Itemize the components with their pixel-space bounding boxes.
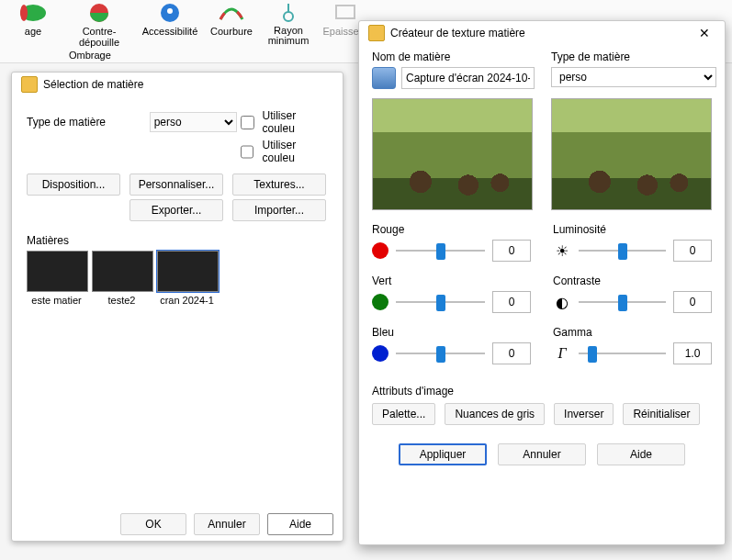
- personnaliser-button[interactable]: Personnaliser...: [130, 174, 223, 196]
- ribbon-group-caption: Ombrage: [69, 50, 111, 61]
- nuances-gris-button[interactable]: Nuances de gris: [445, 403, 545, 425]
- dialog-title-icon: [368, 25, 385, 41]
- textures-button[interactable]: Textures...: [232, 174, 326, 196]
- material-thumb[interactable]: teste2: [92, 251, 152, 306]
- help-button[interactable]: Aide: [267, 513, 333, 535]
- image-attributes-label: Attributs d'image: [359, 385, 725, 398]
- vert-value[interactable]: [492, 291, 531, 313]
- bleu-slider[interactable]: [396, 345, 485, 362]
- ribbon-item-accessibilite[interactable]: Accessibilité: [138, 0, 202, 48]
- thumb-image: [27, 251, 88, 292]
- luminosite-slider[interactable]: [579, 242, 666, 259]
- thumb-image: [92, 251, 153, 292]
- close-icon[interactable]: ✕: [693, 26, 715, 40]
- gamma-value[interactable]: [673, 342, 712, 364]
- svg-point-5: [284, 12, 293, 21]
- blue-dot-icon: [372, 345, 389, 362]
- luminosite-value[interactable]: [673, 240, 712, 262]
- thumb-caption: este matier: [27, 295, 86, 306]
- importer-button[interactable]: Importer...: [232, 199, 326, 221]
- material-type-label: Type de matière: [27, 116, 150, 129]
- texture-preview-original: [372, 98, 533, 210]
- disposition-button[interactable]: Disposition...: [27, 174, 120, 196]
- material-thumb[interactable]: este matier: [27, 251, 86, 306]
- dialog-material-selection: Sélection de matière Type de matière per…: [11, 72, 343, 542]
- dialog-texture-creator: Créateur de texture matière ✕ Nom de mat…: [358, 20, 726, 545]
- ribbon-icon: [17, 0, 50, 26]
- cancel-button[interactable]: Annuler: [194, 513, 260, 535]
- inverser-button[interactable]: Inverser: [554, 403, 614, 425]
- ribbon-item-rayon-minimum[interactable]: Rayon minimum: [261, 0, 316, 48]
- dialog-title: Créateur de texture matière: [390, 27, 525, 39]
- texture-preview-result: [551, 98, 712, 210]
- reinitialiser-button[interactable]: Réinitialiser: [623, 403, 700, 425]
- contrast-icon: ◐: [553, 293, 571, 311]
- aide-button[interactable]: Aide: [597, 443, 685, 465]
- green-dot-icon: [372, 294, 389, 310]
- rouge-slider[interactable]: [396, 242, 485, 259]
- luminosite-label: Luminosité: [553, 223, 712, 236]
- use-colour-1-label: Utiliser couleu: [263, 109, 328, 135]
- matieres-label: Matières: [27, 234, 328, 247]
- exporter-button[interactable]: Exporter...: [130, 199, 223, 221]
- material-thumbs: este matier teste2 cran 2024-1: [27, 251, 328, 306]
- vert-slider[interactable]: [396, 294, 485, 310]
- ribbon-label: Rayon minimum: [261, 26, 316, 46]
- ribbon-label: Contre-dépouille: [62, 26, 136, 48]
- material-type-select[interactable]: perso: [551, 67, 716, 87]
- gamma-slider[interactable]: [579, 345, 666, 362]
- material-type-select[interactable]: perso: [150, 112, 238, 132]
- material-name-label: Nom de matière: [372, 50, 535, 63]
- svg-point-1: [20, 5, 28, 21]
- annuler-button[interactable]: Annuler: [498, 443, 586, 465]
- use-colour-2-label: Utiliser couleu: [262, 139, 328, 164]
- dialog-title-bar: Sélection de matière: [12, 73, 343, 96]
- bleu-value[interactable]: [492, 342, 531, 364]
- ribbon-icon: [329, 0, 362, 26]
- ribbon-item-age[interactable]: age: [6, 0, 61, 48]
- use-colour-2-checkbox[interactable]: [241, 145, 253, 159]
- ribbon-icon: [272, 0, 305, 26]
- contraste-value[interactable]: [673, 291, 712, 313]
- vert-label: Vert: [372, 274, 531, 287]
- ribbon-icon: [215, 0, 248, 26]
- material-type-label: Type de matière: [551, 50, 716, 63]
- palette-button[interactable]: Palette...: [372, 403, 435, 425]
- ok-button[interactable]: OK: [120, 513, 186, 535]
- svg-point-4: [167, 8, 173, 14]
- dialog-title-bar: Créateur de texture matière ✕: [359, 21, 725, 45]
- use-colour-1-checkbox[interactable]: [241, 116, 253, 129]
- svg-rect-7: [336, 6, 355, 18]
- rouge-label: Rouge: [372, 223, 531, 236]
- dialog-title-icon: [21, 76, 38, 93]
- material-thumb[interactable]: cran 2024-1: [157, 251, 217, 306]
- appliquer-button[interactable]: Appliquer: [399, 443, 487, 465]
- contraste-slider[interactable]: [579, 294, 666, 310]
- ribbon-label: Accessibilité: [142, 26, 198, 37]
- thumb-image: [157, 251, 219, 292]
- gamma-label: Gamma: [553, 326, 712, 339]
- ribbon-label: Courbure: [210, 26, 253, 37]
- ribbon-item-contre-depouille[interactable]: Contre-dépouille: [62, 0, 136, 48]
- ribbon-icon: [153, 0, 186, 26]
- gamma-icon: Γ: [553, 344, 571, 363]
- material-name-input[interactable]: [401, 67, 535, 89]
- red-dot-icon: [372, 242, 389, 259]
- dialog-title: Sélection de matière: [43, 78, 143, 91]
- contraste-label: Contraste: [553, 274, 712, 287]
- ribbon-item-courbure[interactable]: Courbure: [204, 0, 259, 48]
- brightness-icon: ☀: [553, 241, 571, 260]
- rouge-value[interactable]: [492, 240, 531, 262]
- bleu-label: Bleu: [372, 326, 531, 339]
- thumb-caption: teste2: [92, 295, 152, 306]
- ribbon-label: age: [25, 26, 41, 37]
- open-file-icon[interactable]: [372, 67, 396, 89]
- ribbon-icon: [83, 0, 116, 26]
- thumb-caption: cran 2024-1: [157, 295, 217, 306]
